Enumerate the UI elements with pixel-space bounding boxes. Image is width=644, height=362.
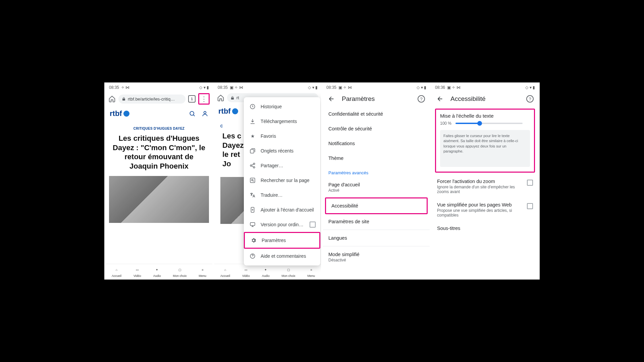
screen-2: 08:35▣ ✧ ⋈ ◇ ▾ ▮ rt rtbf C Les c Dayez l… xyxy=(214,84,321,278)
svg-point-0 xyxy=(190,111,194,115)
force-zoom-row[interactable]: Forcer l'activation du zoomIgnore la dem… xyxy=(432,175,538,198)
audio-nav-icon: ✦ xyxy=(262,266,269,274)
setting-accessibility[interactable]: Accessibilité xyxy=(325,197,428,214)
rtbf-logo[interactable]: rtbf xyxy=(218,107,238,116)
status-bar: 08:35▣ ✧ ⋈ ◇ ▾ ▮ xyxy=(214,84,321,91)
help-icon xyxy=(249,253,256,259)
setting-homepage[interactable]: Page d'accueilActivé xyxy=(323,177,430,197)
screen-3: 08:35▣ ✧ ⋈ ◇ ▾ ▮ Paramètres ? Confidenti… xyxy=(323,84,430,278)
screen-4: 08:36▣ ✧ ⋈ ◇ ▾ ▮ Accessibilité ? Mise à … xyxy=(432,84,538,278)
captions-row[interactable]: Sous-titres xyxy=(432,222,538,235)
logo-dot-icon xyxy=(232,108,238,114)
back-arrow-icon[interactable] xyxy=(436,95,444,103)
status-right: ◇ ▾ ▮ xyxy=(525,85,535,90)
nav-accueil[interactable]: ⌂Accueil xyxy=(220,266,230,278)
a11y-title: Accessibilité xyxy=(450,95,486,103)
nav-audio[interactable]: ✦Audio xyxy=(262,266,270,278)
menu-downloads[interactable]: Téléchargements xyxy=(244,114,320,129)
clock: 08:35 xyxy=(218,85,228,90)
home-nav-icon: ⌂ xyxy=(113,266,120,274)
nav-video[interactable]: ▭Vidéo xyxy=(242,266,250,278)
share-icon xyxy=(249,162,256,169)
status-glyphs: ▣ ✧ ⋈ xyxy=(230,85,243,90)
reader-checkbox[interactable] xyxy=(527,203,533,209)
home-nav-icon: ⌂ xyxy=(221,266,229,274)
svg-rect-3 xyxy=(250,149,254,153)
status-right: ◇ ▾ ▮ xyxy=(199,85,209,90)
svg-point-1 xyxy=(204,111,206,114)
nav-video[interactable]: ▭Vidéo xyxy=(133,266,141,278)
slider-thumb-icon[interactable] xyxy=(477,121,482,126)
status-bar: 08:35✧ ⋈ ◇ ▾ ▮ xyxy=(106,84,212,91)
menu-share[interactable]: Partager… xyxy=(244,158,320,173)
back-arrow-icon[interactable] xyxy=(328,95,335,103)
choice-nav-icon: ▢ xyxy=(176,266,183,274)
status-bar: 08:35▣ ✧ ⋈ ◇ ▾ ▮ xyxy=(323,84,430,91)
translate-icon xyxy=(249,192,256,198)
settings-list: Confidentialité et sécurité Contrôle de … xyxy=(323,107,430,267)
add-home-icon xyxy=(249,206,256,213)
text-scaling-label: Mise à l'échelle du texte xyxy=(440,113,530,119)
menu-bookmarks[interactable]: ★Favoris xyxy=(244,129,320,143)
account-icon[interactable] xyxy=(202,110,208,117)
text-scaling-value: 100 % xyxy=(440,121,451,126)
lock-icon xyxy=(122,97,126,101)
setting-theme[interactable]: Thème xyxy=(323,151,430,166)
force-zoom-checkbox[interactable] xyxy=(527,180,533,186)
setting-simplified[interactable]: Mode simplifiéDésactivé xyxy=(323,247,430,267)
nav-monchoix[interactable]: ▢Mon choix xyxy=(282,266,296,278)
home-icon[interactable] xyxy=(217,94,224,102)
desktop-checkbox[interactable] xyxy=(310,222,316,228)
setting-safety[interactable]: Contrôle de sécurité xyxy=(323,121,430,136)
text-scaling-slider[interactable] xyxy=(455,123,523,124)
bottom-nav: ⌂Accueil ▭Vidéo ✦Audio ▢Mon choix ≡Menu xyxy=(214,264,321,278)
clock: 08:35 xyxy=(326,85,336,90)
gear-icon xyxy=(250,237,257,244)
url-bar[interactable]: rtbf.be/article/les-critiq… xyxy=(118,95,185,104)
setting-languages[interactable]: Langues xyxy=(323,231,430,245)
home-icon[interactable] xyxy=(108,95,116,103)
nav-menu[interactable]: ≡Menu xyxy=(308,266,315,278)
svg-point-5 xyxy=(250,165,252,167)
search-icon[interactable] xyxy=(189,110,196,117)
overflow-menu-button[interactable]: ⋮ xyxy=(198,93,210,105)
setting-site[interactable]: Paramètres de site xyxy=(323,214,430,229)
bottom-nav: ⌂Accueil ▭Vidéo ✦Audio ▢Mon choix ≡Menu xyxy=(106,264,212,278)
choice-nav-icon: ▢ xyxy=(285,266,292,274)
menu-add-home[interactable]: Ajouter à l'écran d'accueil xyxy=(244,202,320,217)
reader-row[interactable]: Vue simplifiée pour les pages WebPropose… xyxy=(432,198,538,222)
settings-title: Paramètres xyxy=(342,95,375,103)
menu-settings[interactable]: Paramètres xyxy=(244,232,320,249)
setting-privacy[interactable]: Confidentialité et sécurité xyxy=(323,107,430,121)
text-scaling-block: Mise à l'échelle du texte 100 % Faites g… xyxy=(435,109,535,173)
status-glyphs: ▣ ✧ ⋈ xyxy=(338,85,352,90)
article-headline: Les critiques d'Hugues Dayez : "C'mon C'… xyxy=(109,134,209,171)
setting-notifications[interactable]: Notifications xyxy=(323,136,430,151)
menu-desktop[interactable]: Version pour ordin… xyxy=(244,217,320,232)
nav-monchoix[interactable]: ▢Mon choix xyxy=(173,266,187,278)
help-icon[interactable]: ? xyxy=(418,95,425,103)
status-bar: 08:36▣ ✧ ⋈ ◇ ▾ ▮ xyxy=(432,84,538,91)
url-text: rtbf.be/article/les-critiq… xyxy=(128,97,175,102)
nav-accueil[interactable]: ⌂Accueil xyxy=(112,266,121,278)
a11y-appbar: Accessibilité ? xyxy=(432,91,538,107)
nav-audio[interactable]: ✦Audio xyxy=(153,266,161,278)
menu-translate[interactable]: Traduire… xyxy=(244,188,320,202)
menu-recent-tabs[interactable]: Onglets récents xyxy=(244,143,320,158)
audio-nav-icon: ✦ xyxy=(153,266,161,274)
menu-find[interactable]: Rechercher sur la page xyxy=(244,173,320,188)
menu-help[interactable]: Aide et commentaires xyxy=(244,249,320,263)
help-icon[interactable]: ? xyxy=(526,95,534,103)
svg-rect-10 xyxy=(250,223,255,226)
browser-toolbar: rtbf.be/article/les-critiq… 1 ⋮ xyxy=(106,91,212,107)
article-kicker: CRITIQUES D'HUGUES DAYEZ xyxy=(133,127,185,130)
nav-menu[interactable]: ≡Menu xyxy=(199,266,207,278)
svg-point-8 xyxy=(252,179,253,181)
status-glyphs: ▣ ✧ ⋈ xyxy=(447,85,461,90)
site-header: rtbf xyxy=(106,107,212,121)
menu-history[interactable]: Historique xyxy=(244,99,320,114)
desktop-icon xyxy=(249,221,256,228)
download-icon xyxy=(249,118,256,125)
tab-switcher[interactable]: 1 xyxy=(188,95,196,103)
rtbf-logo[interactable]: rtbf xyxy=(110,109,129,118)
